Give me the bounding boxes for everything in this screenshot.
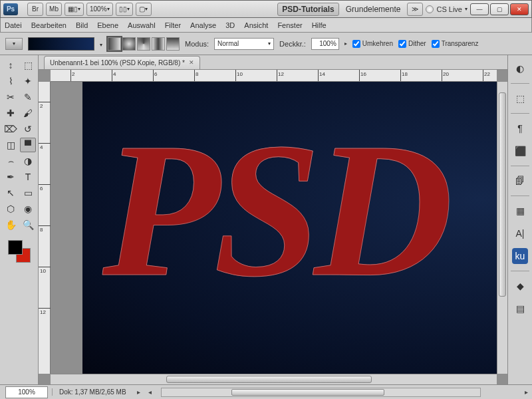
- tool-lasso[interactable]: ⌇: [3, 74, 19, 88]
- minibridge-button[interactable]: Mb: [46, 3, 62, 16]
- dock-swatches-icon[interactable]: ⬚: [512, 90, 528, 106]
- tool-brush[interactable]: 🖌: [20, 106, 36, 120]
- tool-blur[interactable]: ⌢: [3, 154, 19, 168]
- menu-bild[interactable]: Bild: [76, 21, 88, 29]
- ruler-v-label: 12: [40, 309, 46, 315]
- color-swatches[interactable]: [8, 240, 31, 263]
- dock-navigator-icon[interactable]: ◆: [512, 278, 528, 294]
- tool-pen[interactable]: ✒: [3, 170, 19, 184]
- menu-ansicht[interactable]: Ansicht: [244, 21, 268, 29]
- scrollbar-horizontal[interactable]: [51, 374, 497, 384]
- gradient-reflected-button[interactable]: [152, 37, 165, 51]
- document-tab-close-icon[interactable]: ✕: [189, 59, 194, 66]
- menu-datei[interactable]: Datei: [5, 21, 22, 29]
- docsize-value: 1,37 MB/2,65 MB: [74, 388, 126, 396]
- ruler-v-label: 6: [40, 186, 43, 192]
- workspace-more-button[interactable]: ≫: [407, 3, 423, 16]
- ruler-h-label: 22: [484, 71, 490, 77]
- gradient-type-group: [108, 37, 180, 51]
- scrollbar-h-thumb[interactable]: [166, 376, 372, 383]
- toolbox: ↕⬚⌇✦✂✎✚🖌⌦↺◫▀⌢◑✒T↖▭⬡◉✋🔍: [0, 55, 39, 384]
- gradient-angle-button[interactable]: [137, 37, 150, 51]
- dock-paragraph-icon[interactable]: ¶: [512, 120, 528, 136]
- mini-scrollbar-thumb[interactable]: [231, 389, 384, 396]
- document-tab[interactable]: Unbenannt-1 bei 100% (PSD Kopie, RGB/8) …: [44, 56, 200, 69]
- arrange-button[interactable]: ▯▯: [116, 3, 133, 16]
- tool-hand[interactable]: ✋: [3, 217, 19, 232]
- dock-history-icon[interactable]: 🗐: [512, 173, 528, 189]
- document-tab-title: Unbenannt-1 bei 100% (PSD Kopie, RGB/8) …: [50, 59, 185, 66]
- menu-filter[interactable]: Filter: [165, 21, 181, 29]
- tool-gradient[interactable]: ▀: [20, 138, 36, 152]
- workspace-psd-tutorials[interactable]: PSD-Tutorials: [277, 3, 338, 16]
- tool-path[interactable]: ↖: [3, 186, 19, 200]
- dither-checkbox[interactable]: Dither: [398, 40, 426, 48]
- tool-move[interactable]: ↕: [3, 58, 19, 72]
- docsize-label: Dok:: [59, 388, 73, 396]
- reverse-checkbox[interactable]: Umkehren: [352, 40, 393, 48]
- scrollbar-vertical[interactable]: [497, 82, 507, 374]
- dock-styles-icon[interactable]: ⬛: [512, 143, 528, 159]
- canvas[interactable]: PSD: [51, 82, 497, 374]
- gradient-diamond-button[interactable]: [166, 37, 180, 51]
- modus-select[interactable]: Normal: [214, 38, 274, 50]
- status-menu-arrow-icon[interactable]: ▸: [133, 388, 144, 396]
- tool-dodge[interactable]: ◑: [20, 154, 36, 168]
- menu-analyse[interactable]: Analyse: [190, 21, 216, 29]
- canvas-text-psd: PSD: [102, 99, 447, 321]
- foreground-color-swatch[interactable]: [8, 240, 23, 255]
- dock-kuler-icon[interactable]: ku: [512, 248, 528, 264]
- window-close-button[interactable]: ✕: [510, 3, 529, 15]
- zoom-input[interactable]: 100%: [5, 386, 48, 398]
- ruler-horizontal[interactable]: 246810121416182022: [51, 70, 497, 82]
- dock-thumbs-icon[interactable]: ▦: [512, 203, 528, 219]
- gradient-linear-button[interactable]: [108, 37, 121, 51]
- tool-stamp[interactable]: ⌦: [3, 122, 19, 136]
- dock-layers-icon[interactable]: ▤: [512, 301, 528, 317]
- ruler-v-label: 8: [40, 227, 43, 233]
- tool-zoom[interactable]: 🔍: [20, 217, 36, 232]
- tool-preset-button[interactable]: [5, 38, 23, 50]
- tool-eraser[interactable]: ◫: [3, 138, 19, 152]
- dock-color-icon[interactable]: ◐: [512, 61, 528, 76]
- tool-3d[interactable]: ⬡: [3, 201, 19, 216]
- scrollbar-v-thumb[interactable]: [499, 92, 506, 297]
- window-maximize-button[interactable]: ▢: [490, 3, 509, 15]
- tool-heal[interactable]: ✚: [3, 106, 19, 120]
- gradient-preview[interactable]: [28, 37, 94, 51]
- screenmode-button[interactable]: ▢: [136, 3, 152, 16]
- tool-marquee[interactable]: ⬚: [20, 58, 36, 72]
- menu-hilfe[interactable]: Hilfe: [312, 21, 327, 29]
- tool-wand[interactable]: ✦: [20, 74, 36, 88]
- ruler-h-label: 16: [360, 71, 366, 77]
- ruler-h-label: 18: [402, 71, 408, 77]
- artboard: PSD: [82, 82, 497, 374]
- status-scroll-left-icon[interactable]: ◂: [144, 388, 156, 396]
- tool-3dcam[interactable]: ◉: [20, 201, 36, 216]
- menu-bearbeiten[interactable]: Bearbeiten: [31, 21, 66, 29]
- opacity-input[interactable]: 100%: [311, 38, 339, 50]
- mini-scrollbar[interactable]: [161, 388, 481, 397]
- workspace-grundelemente[interactable]: Grundelemente: [342, 5, 405, 14]
- tool-eyedropper[interactable]: ✎: [20, 90, 36, 104]
- bridge-button[interactable]: Br: [27, 3, 43, 16]
- window-minimize-button[interactable]: —: [470, 3, 489, 15]
- gradient-picker-arrow[interactable]: [100, 40, 102, 48]
- zoom-select[interactable]: 100%: [86, 3, 113, 16]
- menu-auswahl[interactable]: Auswahl: [128, 21, 156, 29]
- gradient-radial-button[interactable]: [122, 37, 136, 51]
- tool-history[interactable]: ↺: [20, 122, 36, 136]
- menu-fenster[interactable]: Fenster: [277, 21, 302, 29]
- tool-type[interactable]: T: [20, 170, 36, 184]
- status-scroll-right-icon[interactable]: ▸: [521, 388, 532, 396]
- tool-crop[interactable]: ✂: [3, 90, 19, 104]
- cslive-label[interactable]: CS Live: [436, 5, 462, 13]
- transparency-checkbox[interactable]: Transparenz: [432, 40, 479, 48]
- menu-3d[interactable]: 3D: [225, 21, 235, 29]
- ruler-vertical[interactable]: 24681012: [39, 82, 51, 374]
- ruler-h-label: 10: [237, 71, 243, 77]
- menu-ebene[interactable]: Ebene: [97, 21, 118, 29]
- tool-shape[interactable]: ▭: [20, 186, 36, 200]
- dock-character-icon[interactable]: A|: [512, 225, 528, 241]
- view-extras-button[interactable]: ▦▯: [65, 3, 84, 16]
